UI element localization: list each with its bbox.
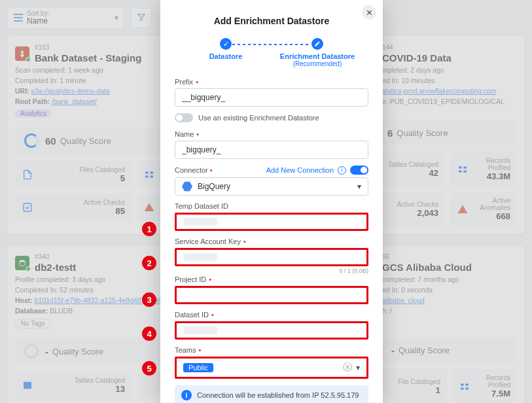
step-enrichment[interactable]: Enrichment Datastore (Recommended) (272, 38, 363, 67)
score-label: Quality Score (397, 128, 448, 138)
root-label: Root Path: (15, 97, 50, 105)
stat-records: Records Profiled43.3M (450, 152, 517, 186)
file-icon (22, 169, 33, 181)
close-button[interactable]: ✕ (362, 5, 376, 20)
temp-dataset-label: Temp Dataset ID (175, 202, 228, 210)
use-existing-label: Use an existing Enrichment Datastore (198, 114, 319, 122)
datastore-type-icon (15, 46, 29, 61)
chevron-down-icon: ▾ (115, 13, 118, 22)
stat-value: 85 (39, 206, 125, 216)
warning-icon (143, 202, 155, 213)
tag-badge[interactable]: Analytics (15, 109, 52, 118)
dataset-label: Dataset ID (175, 311, 209, 319)
uri-label: URI: (15, 87, 29, 95)
svg-rect-12 (461, 387, 464, 389)
stat-value: 7.5M (476, 389, 510, 398)
step-label: Datastore (180, 52, 272, 60)
table-icon (22, 379, 33, 391)
score-gauge-icon (24, 133, 39, 148)
warning-icon (457, 203, 469, 215)
datastore-type-icon (15, 256, 29, 270)
score-label: Quality Score (52, 347, 103, 357)
teams-label: Teams (175, 346, 196, 354)
stat-label: Active Checks (39, 199, 125, 206)
root-link[interactable]: /bank_dataset/ (52, 97, 97, 105)
prefix-input[interactable] (175, 88, 368, 107)
close-icon: ✕ (366, 8, 373, 18)
stat-files: Files Cataloged5 (15, 161, 132, 188)
uri-link[interactable]: alytics-prod.snowflakecomputing.com (382, 87, 497, 95)
svg-point-9 (20, 260, 25, 262)
info-icon[interactable]: i (338, 166, 346, 175)
datastore-card[interactable]: 66 GCS Alibaba Cloud completed: 7 months… (378, 245, 525, 403)
sort-icon (14, 14, 23, 22)
card-title: COVID-19 Data (382, 52, 517, 63)
required-icon: • (196, 78, 198, 86)
stat-label: Active Anomalies (474, 197, 510, 211)
project-label: Project ID (175, 275, 206, 283)
score-value: - (391, 345, 395, 356)
temp-dataset-input[interactable] (175, 213, 368, 231)
connector-select[interactable]: BigQuery ▾ (175, 177, 368, 196)
sort-dropdown[interactable]: Sort by: Name ▾ (7, 7, 124, 29)
uri-link[interactable]: s3a://qualytics-demo-data (31, 87, 110, 95)
required-icon: • (210, 166, 213, 174)
svg-rect-8 (463, 170, 467, 172)
stat-label: Active Checks (385, 201, 438, 208)
sak-label: Service Account Key (175, 237, 241, 245)
funnel-icon (137, 12, 146, 22)
svg-rect-11 (461, 383, 464, 385)
stat-value: 1 (389, 385, 440, 395)
required-icon: • (196, 130, 199, 138)
uri-link[interactable]: alibaba_cloud (382, 296, 425, 304)
root-path: e: PUB_COVID19_EPIDEMIOLOGICAL (382, 97, 517, 105)
filter-button[interactable] (131, 8, 152, 28)
add-enrichment-modal: ✕ Add Enrichment Datastore ✓ Datastore E… (160, 0, 383, 403)
check-icon (22, 202, 33, 213)
datastore-card[interactable]: 144 COVID-19 Data mpleted: 2 days ago ed… (378, 35, 525, 235)
stat-checks: Active Checks85 (15, 194, 132, 221)
host-label: Host: (15, 296, 33, 304)
prefix-label: Prefix (175, 78, 193, 86)
callout-3: 3 (142, 292, 156, 307)
sak-input[interactable] (175, 248, 368, 266)
redacted-value (183, 218, 217, 226)
status-dot-icon (26, 266, 31, 272)
stat-label: Tables Cataloged (385, 161, 438, 168)
svg-rect-5 (459, 166, 462, 168)
use-existing-toggle[interactable] (175, 113, 193, 122)
score-label: Quality Score (399, 345, 450, 355)
callout-4: 4 (142, 326, 156, 341)
stat-label: Records Profiled (476, 374, 510, 389)
notags-badge: No Tags (15, 319, 51, 328)
name-label: Name (175, 130, 194, 138)
stat-value: 42 (385, 168, 438, 178)
svg-rect-1 (145, 176, 149, 178)
svg-rect-10 (24, 382, 31, 389)
stat-value: 2,043 (385, 208, 438, 218)
name-input[interactable] (175, 141, 368, 159)
ip-banner: i Connection will be established from IP… (175, 385, 368, 403)
connector-label: Connector (175, 166, 208, 174)
step-label: Enrichment Datastore (272, 52, 363, 60)
teams-select[interactable]: Public ⓧ ▾ (175, 357, 368, 379)
score-gauge-icon (24, 344, 39, 359)
callout-5: 5 (142, 361, 156, 376)
clear-icon[interactable]: ⓧ (343, 362, 352, 374)
chevron-down-icon: ▾ (356, 363, 360, 372)
addnew-toggle[interactable] (350, 166, 368, 175)
records-icon (143, 169, 155, 181)
stat-value: 43.3M (474, 171, 510, 181)
step-datastore[interactable]: ✓ Datastore (180, 38, 272, 60)
svg-rect-13 (465, 383, 469, 385)
team-chip[interactable]: Public (183, 363, 213, 372)
connector-value: BigQuery (198, 182, 230, 191)
file-count: 0 / 1 (0.0B) (175, 268, 368, 274)
project-input[interactable] (175, 286, 368, 304)
dataset-input[interactable] (175, 321, 368, 340)
quality-score: 6 Quality Score (378, 121, 517, 145)
ip-text: Connection will be established from IP 5… (197, 391, 359, 399)
svg-rect-14 (465, 387, 469, 389)
callout-1: 1 (142, 222, 156, 236)
stepper: ✓ Datastore Enrichment Datastore (Recomm… (175, 38, 368, 67)
